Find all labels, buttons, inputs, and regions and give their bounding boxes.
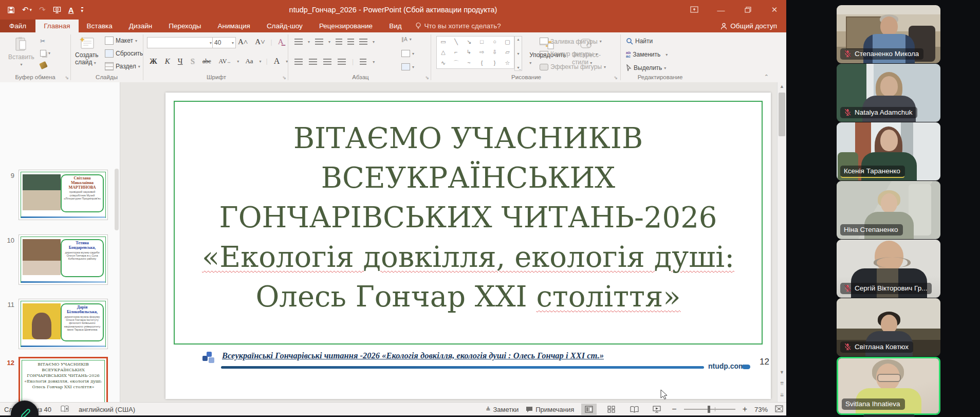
- participant-tile[interactable]: Natalya Adamchuk: [837, 64, 940, 122]
- tell-me-box[interactable]: Что вы хотите сделать?: [410, 20, 506, 32]
- shape-effects-button[interactable]: Эффекты фигуры▾: [540, 63, 606, 70]
- previous-slide-button[interactable]: ⇈: [778, 379, 786, 388]
- title-bar: ↶▾ ↷ A ▾ ntudp_Гончар_2026 - PowerPoint …: [0, 0, 786, 20]
- zoom-slider-thumb[interactable]: [708, 406, 710, 413]
- thumbnail-text: ВІТАЄМО УЧАСНИКІВВСЕУКРАЇНСЬКИХГОНЧАРІВС…: [23, 361, 104, 400]
- close-button[interactable]: ✕: [768, 5, 781, 14]
- section-button[interactable]: Раздел▾: [105, 62, 140, 70]
- thumbnail-slide-12-selected[interactable]: ВІТАЄМО УЧАСНИКІВВСЕУКРАЇНСЬКИХГОНЧАРІВС…: [19, 357, 108, 402]
- align-left-button[interactable]: [294, 59, 303, 65]
- reading-view-button[interactable]: [626, 404, 642, 415]
- paragraph-dialog-launcher[interactable]: ⇘: [425, 75, 429, 80]
- thumbnail-slide-9[interactable]: Світлана Миколаївна МАРТИНОВАпровідний н…: [19, 170, 108, 220]
- participant-tile[interactable]: Ніна Степаненко: [837, 181, 940, 239]
- copy-button[interactable]: ▾: [40, 50, 50, 57]
- shape-fill-button[interactable]: Заливка фигуры▾: [540, 38, 602, 45]
- shapes-gallery-scrollbar[interactable]: ▲▼▼̲: [514, 36, 522, 71]
- participant-tile[interactable]: Ксенія Тараненко: [837, 122, 940, 180]
- scroll-thumb[interactable]: [779, 93, 785, 136]
- participant-tile-active-speaker[interactable]: Svitlana Ihnatieva: [837, 357, 940, 415]
- align-right-button[interactable]: [323, 59, 331, 65]
- thumbnail-slide-11[interactable]: Дарія Білокобильська,директорка музею-фо…: [19, 299, 108, 349]
- slide-title-text[interactable]: ВІТАЄМО УЧАСНИКІВ ВСЕУКРАЇНСЬКИХ ГОНЧАРІ…: [181, 118, 755, 316]
- scroll-down-arrow[interactable]: ▼: [778, 368, 786, 377]
- comments-icon: [526, 406, 533, 412]
- clipboard-dialog-launcher[interactable]: ⇘: [65, 75, 69, 80]
- zoom-in-button[interactable]: +: [743, 405, 747, 414]
- thumbnail-subtitle: директорка музею-садиби Олеся Гончара в …: [63, 251, 101, 261]
- text-shadow-button[interactable]: S: [189, 57, 196, 66]
- grow-shrink-font[interactable]: A˄A˅|A͇: [236, 37, 285, 47]
- vertical-scrollbar[interactable]: ▲ ▼ ⇈ ⇊: [777, 82, 786, 402]
- bold-button[interactable]: Ж: [148, 57, 159, 66]
- change-case-button[interactable]: Aa: [244, 57, 254, 66]
- tab-design[interactable]: Дизайн: [121, 20, 160, 32]
- select-button[interactable]: Выделить▾: [626, 64, 666, 71]
- comments-button[interactable]: Примечания: [526, 406, 574, 413]
- notes-button[interactable]: ≜Заметки: [486, 406, 519, 413]
- font-size-combo[interactable]: 40▾: [212, 37, 236, 48]
- tab-view[interactable]: Вид: [381, 20, 410, 32]
- scroll-up-arrow[interactable]: ▲: [778, 82, 786, 91]
- notes-icon: ≜: [486, 406, 490, 413]
- restore-button[interactable]: [741, 6, 754, 14]
- zoom-out-button[interactable]: −: [672, 405, 676, 414]
- minimize-button[interactable]: —: [714, 6, 728, 14]
- tab-home[interactable]: Главная: [35, 20, 78, 32]
- zoom-percentage[interactable]: 73%: [754, 406, 768, 413]
- ribbon-display-options-button[interactable]: [688, 6, 701, 14]
- screen: ↶▾ ↷ A ▾ ntudp_Гончар_2026 - PowerPoint …: [0, 0, 980, 417]
- clear-formatting-button[interactable]: A͇: [276, 37, 285, 47]
- tab-transitions[interactable]: Переходы: [160, 20, 209, 32]
- strikethrough-button[interactable]: abc: [201, 57, 213, 66]
- participant-tile[interactable]: Сергій Вікторович Гр...: [837, 240, 940, 298]
- slideshow-view-button[interactable]: [649, 404, 664, 415]
- font-name-combo[interactable]: ▾: [147, 37, 214, 48]
- font-dialog-launcher[interactable]: ⇘: [282, 75, 286, 80]
- normal-view-button[interactable]: [581, 404, 597, 415]
- fit-to-window-button[interactable]: [775, 405, 783, 414]
- tab-slideshow[interactable]: Слайд-шоу: [258, 20, 311, 32]
- find-button[interactable]: Найти: [626, 38, 653, 45]
- bullets-button[interactable]: [294, 39, 303, 45]
- replace-button[interactable]: abac Заменить▾: [626, 51, 668, 58]
- tab-animations[interactable]: Анимация: [210, 20, 258, 32]
- format-painter-button[interactable]: [40, 62, 47, 68]
- numbering-button[interactable]: [315, 39, 323, 45]
- increase-indent-button[interactable]: [347, 39, 354, 45]
- align-center-button[interactable]: [309, 59, 317, 65]
- tab-insert[interactable]: Вставка: [79, 20, 121, 32]
- next-slide-button[interactable]: ⇊: [778, 391, 786, 400]
- cut-button[interactable]: ✂: [40, 38, 45, 45]
- spellcheck-icon[interactable]: [61, 405, 69, 414]
- tab-review[interactable]: Рецензирование: [311, 20, 381, 32]
- language-indicator[interactable]: английский (США): [79, 406, 135, 413]
- zoom-slider[interactable]: [684, 409, 735, 410]
- line-spacing-button[interactable]: [359, 39, 367, 45]
- participant-tile[interactable]: Степаненко Микола: [837, 5, 940, 63]
- text-direction-button[interactable]: ∥A▾: [401, 37, 412, 42]
- paste-button[interactable]: Вставить▾: [8, 37, 34, 67]
- font-color-button[interactable]: А: [272, 56, 282, 66]
- collapse-ribbon-button[interactable]: ⌃: [764, 74, 769, 80]
- character-spacing-button[interactable]: AV↔: [217, 57, 233, 66]
- slide-sorter-view-button[interactable]: [604, 404, 619, 415]
- new-slide-button[interactable]: Создатьслайд ▾: [75, 37, 99, 66]
- share-button[interactable]: Общий доступ: [720, 20, 777, 32]
- decrease-indent-button[interactable]: [336, 39, 342, 45]
- thumbnail-slide-10[interactable]: Тетяна Бондаревська,директорка музею-сад…: [19, 234, 108, 285]
- underline-button[interactable]: Ч: [176, 57, 184, 66]
- convert-smartart-button[interactable]: ▾: [401, 63, 414, 70]
- tab-file[interactable]: Файл: [0, 20, 35, 32]
- thumbnail-scrollbar[interactable]: [115, 169, 119, 230]
- columns-button[interactable]: [360, 59, 366, 65]
- align-text-button[interactable]: ▾: [401, 50, 414, 57]
- reset-button[interactable]: Сбросить: [105, 49, 143, 58]
- slide-canvas[interactable]: ВІТАЄМО УЧАСНИКІВ ВСЕУКРАЇНСЬКИХ ГОНЧАРІ…: [165, 93, 771, 399]
- participant-tile[interactable]: Світлана Ковтюх: [837, 298, 940, 356]
- justify-button[interactable]: [338, 59, 346, 65]
- italic-button[interactable]: К: [163, 57, 172, 66]
- shape-outline-button[interactable]: Контур фигуры▾: [540, 50, 598, 58]
- shapes-gallery[interactable]: ▭╲↘□○▢ △⌐↳⇨⇩▱ ∿⌒~{}☆: [436, 36, 514, 69]
- layout-button[interactable]: Макет▾: [105, 37, 137, 45]
